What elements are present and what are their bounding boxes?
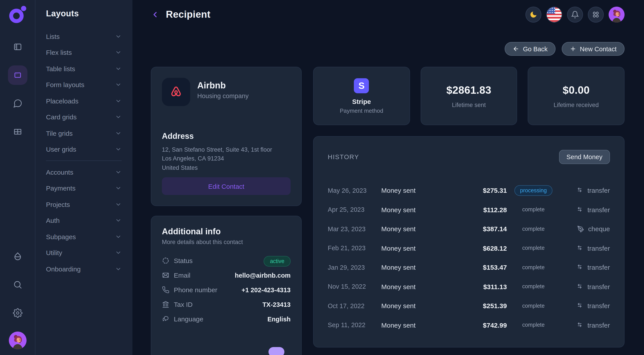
gear-icon[interactable] [8, 303, 27, 323]
contact-card: Airbnb Housing company Address 12, San S… [151, 67, 302, 206]
history-row: May 26, 2023 Money sent $275.31 processi… [328, 181, 610, 200]
mail-icon [162, 272, 170, 279]
lifetime-received-card: $0.00 Lifetime received [528, 67, 624, 125]
history-title: HISTORY [328, 153, 359, 160]
chat-bubble-icon[interactable] [8, 94, 27, 113]
company-name: Airbnb [197, 80, 248, 91]
history-date: Jan 29, 2023 [328, 264, 381, 271]
history-type: Money sent [381, 264, 448, 271]
transfer-icon [576, 264, 584, 271]
chevron-down-icon [115, 33, 122, 40]
search-icon[interactable] [8, 275, 27, 295]
edit-contact-button[interactable]: Edit Contact [162, 177, 290, 195]
sidebar-nav: Lists Flex lists Table lists Form layout… [46, 28, 122, 277]
bell-icon[interactable] [567, 7, 583, 22]
us-flag-icon[interactable] [546, 7, 562, 22]
layouts-window-icon [12, 70, 22, 80]
sidebar-item-projects[interactable]: Projects [46, 196, 122, 212]
lifetime-sent-value: $2861.83 [446, 84, 491, 96]
sidebar-item-subpages[interactable]: Subpages [46, 229, 122, 245]
sidebar-item-flex-lists[interactable]: Flex lists [46, 44, 122, 60]
history-method: transfer [560, 322, 610, 329]
transfer-icon [576, 206, 584, 214]
info-row-status: Status active [162, 253, 290, 268]
history-date: May 26, 2023 [328, 187, 381, 194]
history-status: complete [507, 245, 560, 251]
info-label: Language [174, 315, 204, 323]
apps-icon[interactable] [588, 7, 604, 22]
sidebar-item-card-grids[interactable]: Card grids [46, 109, 122, 125]
additional-info-title: Additional info [162, 227, 290, 237]
history-type: Money sent [381, 225, 448, 233]
sidebar-item-placeloads[interactable]: Placeloads [46, 93, 122, 109]
sidebar-item-payments[interactable]: Payments [46, 180, 122, 196]
sidebar-toggle-icon[interactable] [8, 37, 27, 57]
sidebar-item-user-grids[interactable]: User grids [46, 141, 122, 157]
sidebar-item-utility[interactable]: Utility [46, 245, 122, 261]
info-value: +1 202-423-4313 [242, 286, 290, 293]
new-contact-button[interactable]: New Contact [562, 42, 624, 56]
history-row: Oct 17, 2022 Money sent $251.39 complete… [328, 296, 610, 316]
grid-icon[interactable] [8, 122, 27, 141]
lifetime-sent-label: Lifetime sent [452, 101, 486, 108]
info-row-tax-id: Tax ID TX-23413 [162, 297, 290, 312]
history-row: Jan 29, 2023 Money sent $153.47 complete… [328, 258, 610, 277]
cutoff-purple-element [268, 347, 284, 355]
history-amount: $387.14 [448, 225, 507, 233]
info-label: Email [174, 272, 190, 279]
history-status: complete [507, 303, 560, 309]
main-content: Recipient [133, 0, 644, 355]
sidebar-item-lists[interactable]: Lists [46, 28, 122, 44]
go-back-button[interactable]: Go Back [505, 42, 556, 56]
chevron-down-icon [115, 233, 122, 240]
orbit-logo-icon [7, 4, 28, 25]
history-type: Money sent [381, 187, 448, 194]
topbar: Recipient [151, 0, 624, 29]
info-value: active [264, 257, 290, 264]
sidebar-item-auth[interactable]: Auth [46, 212, 122, 229]
transfer-icon [576, 283, 584, 291]
history-amount: $251.39 [448, 302, 507, 310]
sidebar-item-tile-grids[interactable]: Tile grids [46, 125, 122, 141]
history-row: Feb 21, 2023 Money sent $628.12 complete… [328, 239, 610, 258]
chevron-down-icon [115, 169, 122, 176]
chevron-down-icon [115, 185, 122, 192]
history-type: Money sent [381, 322, 448, 329]
history-panel: HISTORY Send Money May 26, 2023 Money se… [313, 136, 624, 348]
sidebar-item-table-lists[interactable]: Table lists [46, 60, 122, 77]
info-label: Status [174, 257, 192, 264]
active-badge: active [264, 256, 290, 266]
history-type: Money sent [381, 206, 448, 214]
history-row: Sep 11, 2022 Money sent $742.99 complete… [328, 316, 610, 335]
user-avatar[interactable] [8, 332, 26, 349]
chevron-down-icon [115, 201, 122, 208]
chevron-down-icon [115, 98, 122, 104]
sidebar-item-form-layouts[interactable]: Form layouts [46, 77, 122, 93]
history-date: Oct 17, 2022 [328, 302, 381, 310]
send-money-button[interactable]: Send Money [559, 150, 610, 164]
user-avatar[interactable] [608, 7, 624, 22]
droplet-icon[interactable] [8, 247, 27, 266]
history-method: transfer [560, 245, 610, 252]
history-status: complete [507, 284, 560, 290]
history-type: Money sent [381, 245, 448, 252]
sidebar-item-accounts[interactable]: Accounts [46, 164, 122, 180]
payment-method-label: Payment method [340, 107, 383, 114]
page-actions: Go Back New Contact [151, 42, 624, 56]
chevron-down-icon [115, 217, 122, 224]
address-title: Address [162, 132, 290, 141]
history-status: processing [507, 185, 560, 196]
additional-info-subtitle: More details about this contact [162, 239, 290, 245]
back-chevron-icon[interactable] [151, 10, 160, 19]
rail-item-layouts[interactable] [8, 65, 27, 85]
history-amount: $112.28 [448, 206, 507, 214]
plus-icon [570, 45, 576, 52]
address-lines: 12, San Stefano Street, Suite 43, 1st fl… [162, 145, 290, 172]
sidebar-item-onboarding[interactable]: Onboarding [46, 261, 122, 277]
moon-icon[interactable] [526, 7, 542, 22]
history-date: Sep 11, 2022 [328, 322, 381, 329]
history-method: transfer [560, 187, 610, 194]
header-icons [526, 7, 624, 22]
chevron-down-icon [115, 49, 122, 56]
history-method: transfer [560, 206, 610, 214]
